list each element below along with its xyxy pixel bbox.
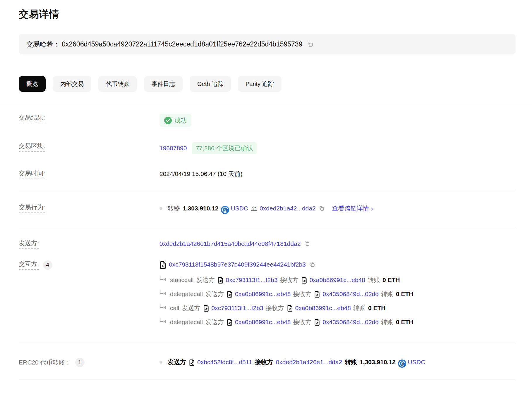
- tab-geth-trace[interactable]: Geth 追踪: [190, 76, 231, 92]
- erc20-token-link[interactable]: USDC: [408, 358, 425, 366]
- from-label: 发送方: [182, 304, 200, 312]
- action-to-address-link[interactable]: 0xded2b1a42...dda2: [260, 204, 316, 212]
- svg-text:$: $: [401, 361, 404, 366]
- transaction-detail-page: 交易详情 交易哈希： 0x2606d459a50ca4920722a111745…: [0, 8, 532, 380]
- tab-event-logs[interactable]: 事件日志: [144, 76, 183, 92]
- transfer-label: 转账: [345, 358, 357, 366]
- row-erc20-transfer: ERC20 代币转账： 1 发送方 0xbc452fdc8f...d511 接收…: [19, 350, 516, 375]
- sender-label: 发送方:: [19, 239, 39, 249]
- chevron-right-icon[interactable]: ›: [371, 204, 373, 214]
- contract-icon: [159, 261, 167, 269]
- hash-label: 交易哈希：: [26, 40, 60, 49]
- block-label: 交易区块:: [19, 142, 45, 152]
- erc20-to-address-link[interactable]: 0xded2b1a426e1...dda2: [276, 358, 342, 366]
- status-badge-success: 成功: [159, 114, 191, 127]
- from-label: 发送方: [196, 276, 215, 284]
- result-label: 交易结果:: [19, 114, 45, 123]
- contract-icon: [189, 359, 195, 366]
- tab-bar: 概览 内部交易 代币转账 事件日志 Geth 追踪 Parity 追踪: [19, 76, 516, 92]
- usdc-icon: $: [221, 206, 229, 214]
- page-title: 交易详情: [19, 8, 516, 21]
- success-check-icon: [164, 117, 172, 124]
- transfer-label: 转账: [353, 304, 365, 312]
- internal-call-row: delegatecall 发送方 0xa0b86991c...eb48 接收方 …: [159, 315, 413, 329]
- action-label: 交易行为:: [19, 203, 45, 213]
- status-text: 成功: [174, 116, 187, 125]
- internal-call-row: delegatecall 发送方 0xa0b86991c...eb48 接收方 …: [159, 287, 413, 301]
- from-label: 发送方: [205, 290, 224, 298]
- transfer-label: 转账: [368, 276, 380, 284]
- call-from-address-link[interactable]: 0xa0b86991c...eb48: [235, 318, 291, 326]
- transfer-label: 转账: [381, 318, 393, 326]
- contract-icon: [314, 319, 320, 326]
- bullet-icon: [159, 207, 162, 210]
- tab-parity-trace[interactable]: Parity 追踪: [238, 76, 282, 92]
- row-transaction-block: 交易区块: 19687890 77,286 个区块已确认: [19, 134, 516, 162]
- transaction-hash-bar: 交易哈希： 0x2606d459a50ca4920722a111745c2eec…: [19, 34, 516, 54]
- copy-icon[interactable]: [309, 262, 315, 267]
- call-from-address-link[interactable]: 0xc793113f1...f2b3: [226, 276, 278, 284]
- contract-icon: [301, 277, 307, 284]
- copy-icon[interactable]: [319, 205, 325, 211]
- copy-icon[interactable]: [304, 241, 310, 246]
- section-divider: [19, 380, 516, 380]
- section-basic-info: 交易结果: 成功 交易区块: 19687890: [19, 103, 516, 190]
- to-label: 接收方: [266, 304, 284, 312]
- call-to-address-link[interactable]: 0x43506849d...02dd: [322, 318, 379, 326]
- call-value: 0 ETH: [368, 304, 386, 312]
- row-transaction-action: 交易行为: 转移 1,303,910.12 $ USDC 至 0: [19, 196, 516, 221]
- to-label: 接收方: [280, 276, 298, 284]
- call-value: 0 ETH: [396, 318, 413, 326]
- interacted-address-link[interactable]: 0xc793113f1548b97e37c409f39244ee44241bf2…: [169, 260, 306, 269]
- call-from-address-link[interactable]: 0xa0b86991c...eb48: [235, 290, 291, 298]
- row-transaction-result: 交易结果: 成功: [19, 106, 516, 134]
- contract-icon: [203, 305, 209, 312]
- call-type: call: [170, 304, 179, 312]
- contract-icon: [314, 291, 320, 298]
- tree-branch-icon: [159, 318, 167, 324]
- copy-icon[interactable]: [307, 41, 313, 47]
- block-number-link[interactable]: 19687890: [159, 144, 187, 152]
- usdc-icon: $: [398, 360, 406, 368]
- erc20-from-address-link[interactable]: 0xbc452fdc8f...d511: [197, 358, 252, 366]
- time-value: 2024/04/19 15:06:47 (10 天前): [159, 170, 243, 178]
- call-to-address-link[interactable]: 0xa0b86991c...eb48: [295, 304, 351, 312]
- action-token-link[interactable]: USDC: [231, 204, 248, 212]
- interacted-count-badge: 4: [43, 260, 52, 270]
- section-action: 交易行为: 转移 1,303,910.12 $ USDC 至 0: [19, 190, 516, 227]
- tab-token-transfers[interactable]: 代币转账: [98, 76, 137, 92]
- call-to-address-link[interactable]: 0x43506849d...02dd: [322, 290, 379, 298]
- call-type: delegatecall: [170, 290, 203, 298]
- internal-calls-list: staticcall 发送方 0xc793113f1...f2b3 接收方 0x…: [159, 273, 413, 329]
- call-value: 0 ETH: [382, 276, 400, 284]
- action-verb: 转移: [168, 204, 180, 212]
- internal-call-row: staticcall 发送方 0xc793113f1...f2b3 接收方 0x…: [159, 273, 413, 287]
- row-interacted-with: 交互方: 4 0xc793113f1548: [19, 257, 516, 336]
- tree-branch-icon: [159, 304, 167, 310]
- call-type: staticcall: [170, 276, 194, 284]
- call-type: delegatecall: [170, 318, 203, 326]
- tree-branch-icon: [159, 290, 167, 296]
- action-amount: 1,303,910.12: [183, 204, 219, 212]
- tab-overview[interactable]: 概览: [19, 76, 46, 92]
- hash-value: 0x2606d459a50ca4920722a111745c2eeced1d8a…: [62, 40, 302, 48]
- crosschain-detail-link[interactable]: 查看跨链详情: [332, 204, 369, 212]
- time-label: 交易时间:: [19, 170, 45, 179]
- transfer-label: 转账: [381, 290, 393, 298]
- to-label: 接收方: [293, 318, 311, 326]
- call-from-address-link[interactable]: 0xc793113f1...f2b3: [212, 304, 263, 312]
- call-to-address-link[interactable]: 0xa0b86991c...eb48: [310, 276, 365, 284]
- to-label: 接收方: [255, 358, 273, 366]
- tree-branch-icon: [159, 276, 167, 281]
- erc20-amount: 1,303,910.12: [360, 358, 396, 366]
- sender-address-link[interactable]: 0xded2b1a426e1b7d415a40bcad44e98f47181dd…: [159, 239, 301, 248]
- svg-text:$: $: [224, 207, 226, 212]
- interacted-label: 交互方:: [19, 260, 39, 270]
- call-value: 0 ETH: [396, 290, 413, 298]
- erc20-count-badge: 1: [75, 358, 85, 367]
- tab-internal-transactions[interactable]: 内部交易: [53, 76, 91, 92]
- section-parties: 发送方: 0xded2b1a426e1b7d415a40bcad44e98f47…: [19, 227, 516, 343]
- bullet-icon: [159, 361, 162, 364]
- contract-icon: [218, 277, 224, 284]
- internal-call-row: call 发送方 0xc793113f1...f2b3 接收方 0xa0b869…: [159, 301, 413, 315]
